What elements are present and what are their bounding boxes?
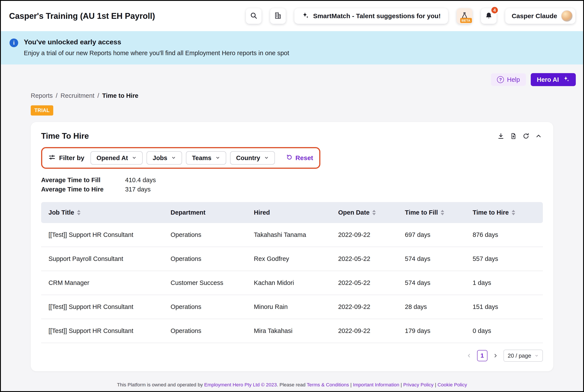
footer-link-privacy-policy[interactable]: Privacy Policy bbox=[403, 382, 434, 388]
breadcrumb: Reports / Recruitment / Time to Hire bbox=[31, 92, 553, 99]
beta-features-button[interactable]: BETA bbox=[457, 8, 472, 24]
cell-job-title: [[Test]] Support HR Consultant bbox=[41, 295, 171, 319]
sort-icon bbox=[512, 210, 515, 215]
org-title: Casper's Training (AU 1st EH Payroll) bbox=[9, 12, 155, 21]
page-size-select[interactable]: 20 / page bbox=[503, 350, 543, 362]
table-row: CRM Manager Customer Success Kachan Mido… bbox=[41, 271, 543, 295]
footer-link-important-information[interactable]: Important Information bbox=[353, 382, 399, 388]
cell-time-to-hire: 0 days bbox=[472, 319, 543, 343]
filter-jobs[interactable]: Jobs bbox=[147, 151, 182, 165]
notifications-button[interactable]: 4 bbox=[481, 8, 496, 24]
sort-icon bbox=[441, 210, 444, 215]
cell-department: Operations bbox=[171, 319, 254, 343]
pagination: 1 20 / page bbox=[41, 350, 543, 362]
cell-department: Operations bbox=[171, 223, 254, 247]
breadcrumb-reports[interactable]: Reports bbox=[31, 92, 53, 99]
footer-link-terms[interactable]: Terms & Conditions bbox=[307, 382, 349, 388]
report-title: Time To Hire bbox=[41, 132, 89, 140]
trial-badge: TRIAL bbox=[31, 105, 53, 116]
banner-text: You've unlocked early access Enjoy a tri… bbox=[24, 38, 289, 57]
page-size-value: 20 / page bbox=[508, 352, 531, 359]
cell-open-date: 2022-09-22 bbox=[338, 319, 405, 343]
footer-separator: | bbox=[401, 382, 402, 388]
footer-separator: | bbox=[435, 382, 436, 388]
filter-teams-label: Teams bbox=[192, 154, 212, 162]
cell-time-to-hire: 876 days bbox=[472, 223, 543, 247]
chevron-down-icon bbox=[264, 154, 269, 162]
collapse-icon[interactable] bbox=[534, 132, 543, 140]
column-header-time-to-hire[interactable]: Time to Hire bbox=[472, 202, 543, 223]
breadcrumb-recruitment[interactable]: Recruitment bbox=[61, 92, 94, 99]
early-access-banner: i You've unlocked early access Enjoy a t… bbox=[1, 31, 583, 64]
summary-stats: Average Time to Fill 410.4 days Average … bbox=[41, 176, 543, 193]
cell-job-title: [[Test]] Support HR Consultant bbox=[41, 319, 171, 343]
filter-opened-at[interactable]: Opened At bbox=[91, 151, 143, 165]
avg-time-to-hire-value: 317 days bbox=[125, 186, 156, 193]
app-window: Casper's Training (AU 1st EH Payroll) Sm… bbox=[0, 0, 584, 392]
cell-time-to-hire: 557 days bbox=[472, 247, 543, 271]
filter-dropdowns: Opened At Jobs Teams Country bbox=[91, 151, 275, 165]
download-icon[interactable] bbox=[496, 132, 505, 140]
cell-job-title: [[Test]] Support HR Consultant bbox=[41, 223, 171, 247]
footer-link-cookie-policy[interactable]: Cookie Policy bbox=[437, 382, 467, 388]
filter-opened-at-label: Opened At bbox=[97, 154, 128, 162]
banner-title: You've unlocked early access bbox=[24, 38, 289, 46]
user-menu-button[interactable]: Casper Claude bbox=[505, 8, 575, 24]
next-page-icon[interactable] bbox=[492, 352, 499, 359]
banner-body: Enjoy a trial of our new Reports home wh… bbox=[24, 50, 289, 57]
filter-by-label: Filter by bbox=[59, 154, 85, 162]
table-row: Support Payroll Consultant Operations Re… bbox=[41, 247, 543, 271]
chevron-down-icon bbox=[132, 154, 137, 162]
hero-ai-label: Hero AI bbox=[537, 76, 559, 83]
column-header-job-title[interactable]: Job Title bbox=[41, 202, 171, 223]
cell-open-date: 2022-09-22 bbox=[338, 295, 405, 319]
cell-time-to-fill: 179 days bbox=[405, 319, 473, 343]
top-header: Casper's Training (AU 1st EH Payroll) Sm… bbox=[1, 1, 583, 31]
cell-time-to-fill: 28 days bbox=[405, 295, 473, 319]
column-header-open-date[interactable]: Open Date bbox=[338, 202, 405, 223]
footer-company-link[interactable]: Employment Hero Pty Ltd © 2023 bbox=[204, 382, 277, 388]
filter-by: Filter by bbox=[48, 154, 85, 162]
cell-hired: Takahashi Tanama bbox=[254, 223, 338, 247]
notification-count-badge: 4 bbox=[490, 6, 499, 14]
help-button[interactable]: ? Help bbox=[491, 73, 526, 86]
table-row: [[Test]] Support HR Consultant Operation… bbox=[41, 319, 543, 343]
table-row: [[Test]] Support HR Consultant Operation… bbox=[41, 223, 543, 247]
page-actions: ? Help Hero AI bbox=[8, 73, 576, 86]
smartmatch-label: SmartMatch - Talent suggestions for you! bbox=[313, 12, 441, 20]
cell-open-date: 2022-05-22 bbox=[338, 271, 405, 295]
breadcrumb-separator: / bbox=[56, 92, 58, 99]
sort-icon bbox=[372, 210, 376, 215]
export-file-icon[interactable] bbox=[509, 132, 518, 140]
cell-time-to-hire: 1 days bbox=[472, 271, 543, 295]
hero-ai-button[interactable]: Hero AI bbox=[531, 73, 576, 86]
cell-job-title: CRM Manager bbox=[41, 271, 171, 295]
search-icon bbox=[250, 12, 258, 20]
organisation-switcher-button[interactable] bbox=[270, 8, 286, 24]
filter-country[interactable]: Country bbox=[230, 151, 275, 165]
breadcrumb-separator: / bbox=[97, 92, 99, 99]
footer-text: . Please read bbox=[277, 382, 307, 388]
table-header-row: Job Title Department Hired Open Date Tim… bbox=[41, 202, 543, 223]
page-number[interactable]: 1 bbox=[477, 350, 487, 361]
search-button[interactable] bbox=[246, 8, 261, 24]
user-name: Casper Claude bbox=[512, 12, 557, 20]
cell-open-date: 2022-05-22 bbox=[338, 247, 405, 271]
reset-filters-button[interactable]: Reset bbox=[286, 154, 313, 162]
previous-page-icon[interactable] bbox=[465, 352, 473, 359]
filter-jobs-label: Jobs bbox=[153, 154, 167, 162]
refresh-icon[interactable] bbox=[522, 132, 530, 140]
cell-open-date: 2022-09-22 bbox=[338, 223, 405, 247]
smartmatch-button[interactable]: SmartMatch - Talent suggestions for you! bbox=[294, 8, 448, 24]
report-page: Reports / Recruitment / Time to Hire TRI… bbox=[31, 89, 553, 371]
header-actions: SmartMatch - Talent suggestions for you!… bbox=[246, 8, 575, 24]
card-header: Time To Hire bbox=[41, 132, 543, 140]
main-content: ? Help Hero AI Reports / Recruitment / T… bbox=[1, 64, 583, 391]
avatar bbox=[561, 10, 573, 22]
sparkle-icon bbox=[302, 12, 309, 20]
reset-label: Reset bbox=[295, 154, 313, 162]
filter-teams[interactable]: Teams bbox=[186, 151, 226, 165]
cell-hired: Mira Takahasi bbox=[254, 319, 338, 343]
bell-icon bbox=[485, 12, 492, 20]
column-header-time-to-fill[interactable]: Time to Fill bbox=[405, 202, 473, 223]
